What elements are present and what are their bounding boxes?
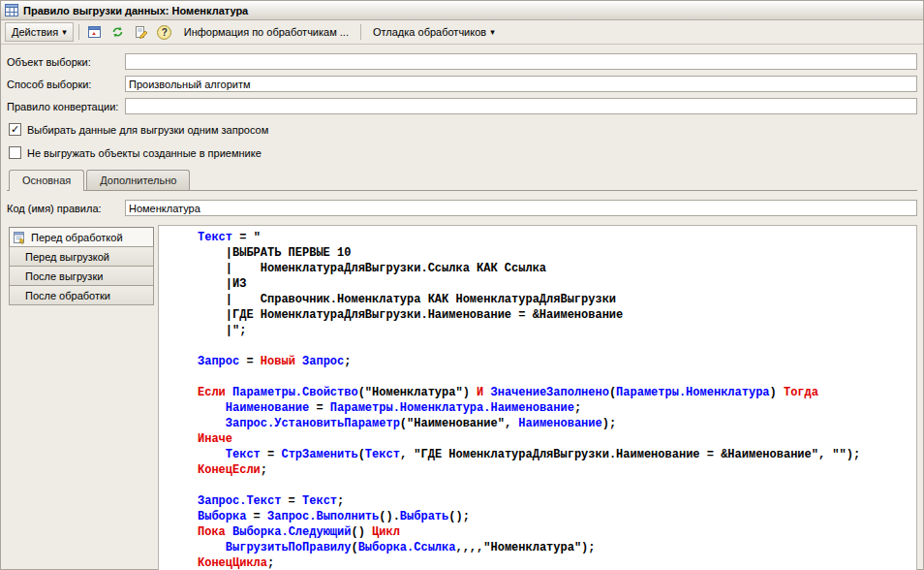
title-bar[interactable]: Правило выгрузки данных: Номенклатура (1, 1, 923, 20)
code-line: ВыгрузитьПоПравилу(Выборка.Ссылка,,,,"Но… (198, 540, 916, 555)
code-line: КонецЕсли; (198, 462, 916, 478)
code-line: КонецЦикла; (198, 555, 916, 570)
conversion-rule-input[interactable] (125, 98, 917, 114)
skip-receiver-objects-checkbox[interactable] (9, 146, 21, 159)
field-label: Правило конвертации: (7, 101, 125, 112)
code-line: |ИЗ (198, 276, 916, 292)
toolbar-separator (78, 24, 79, 40)
handler-list: Перед обработкой Перед выгрузкой После в… (7, 225, 158, 570)
actions-button[interactable]: Действия ▾ (5, 22, 74, 42)
main-tab-panel: Код (имя) правила: Перед обработкой Пере… (7, 190, 917, 570)
toolbar-separator (360, 24, 361, 40)
tab-bar: Основная Дополнительно (9, 170, 917, 190)
skip-receiver-objects-checkbox-row: Не выгружать объекты созданные в приемни… (9, 146, 915, 159)
selection-object-row: Объект выборки: (7, 53, 917, 70)
code-line: |ГДЕ НоменклатураДляВыгрузки.Наименовани… (198, 307, 916, 323)
refresh-icon (110, 25, 125, 39)
handler-item-before-processing[interactable]: Перед обработкой (9, 227, 154, 247)
debug-handlers-label: Отладка обработчиков (373, 26, 486, 38)
single-query-checkbox-row: ✓ Выбирать данные для выгрузки одним зап… (9, 123, 915, 136)
handler-item-before-export[interactable]: Перед выгрузкой (9, 246, 154, 267)
toolbar: Действия ▾ ? Информация по обработчикам … (1, 20, 923, 45)
handler-label: Перед выгрузкой (25, 251, 109, 263)
conversion-rule-row: Правило конвертации: (7, 98, 917, 114)
checkbox-label: Выбирать данные для выгрузки одним запро… (27, 124, 268, 136)
code-line (198, 369, 916, 385)
help-button[interactable]: ? (154, 22, 175, 42)
code-line: Иначе (198, 431, 916, 447)
code-line (198, 338, 916, 354)
tab-main[interactable]: Основная (9, 170, 84, 191)
tab-additional[interactable]: Дополнительно (86, 170, 190, 190)
chevron-down-icon: ▾ (490, 28, 495, 37)
field-label: Объект выборки: (7, 56, 125, 68)
export-rule-window: Правило выгрузки данных: Номенклатура Де… (0, 0, 924, 570)
code-line: Запрос = Новый Запрос; (198, 354, 916, 369)
handler-label: После обработки (25, 290, 110, 301)
single-query-checkbox[interactable]: ✓ (9, 123, 21, 136)
refresh-button[interactable] (108, 22, 129, 42)
form-area: Объект выборки: Способ выборки: Правило … (1, 45, 923, 570)
code-line: |"; (198, 323, 916, 338)
code-line: Текст = " (198, 230, 916, 245)
code-line: Если Параметры.Свойство("Номенклатура") … (198, 385, 916, 400)
help-icon: ? (157, 25, 171, 40)
field-label: Код (имя) правила: (7, 203, 125, 214)
code-line: Текст = СтрЗаменить(Текст, "ГДЕ Номенкла… (198, 447, 916, 462)
rule-code-input[interactable] (125, 200, 917, 216)
selection-object-input[interactable] (125, 53, 917, 70)
code-line: Выборка = Запрос.Выполнить().Выбрать(); (198, 509, 916, 524)
document-pencil-icon (134, 25, 148, 39)
rule-code-row: Код (имя) правила: (7, 200, 917, 216)
window-icon (87, 25, 102, 39)
code-line: | НоменклатураДляВыгрузки.Ссылка КАК Ссы… (198, 261, 916, 276)
code-lines: Текст = " |ВЫБРАТЬ ПЕРВЫЕ 10 | Номенклат… (198, 230, 916, 570)
handler-label: Перед обработкой (31, 232, 123, 243)
debug-handlers-button[interactable]: Отладка обработчиков ▾ (366, 22, 502, 42)
code-line: | Справочник.Номенклатура КАК Номенклату… (198, 292, 916, 307)
selection-method-row: Способ выборки: (7, 76, 917, 92)
chevron-down-icon: ▾ (62, 28, 67, 37)
code-line: |ВЫБРАТЬ ПЕРВЫЕ 10 (198, 245, 916, 261)
code-line: Запрос.Текст = Текст; (198, 493, 916, 509)
question-glyph: ? (162, 27, 168, 38)
table-icon (5, 4, 18, 16)
handler-info-label: Информация по обработчикам ... (184, 26, 349, 38)
open-form-button[interactable] (84, 22, 106, 42)
code-line (198, 478, 916, 493)
field-label: Способ выборки: (7, 79, 125, 90)
handler-info-button[interactable]: Информация по обработчикам ... (177, 22, 355, 42)
edit-document-button[interactable] (131, 22, 152, 42)
handler-item-after-export[interactable]: После выгрузки (9, 266, 154, 286)
code-line: Запрос.УстановитьПараметр("Наименование"… (198, 416, 916, 431)
actions-label: Действия (12, 26, 58, 38)
code-line: Пока Выборка.Следующий() Цикл (198, 524, 916, 540)
window-title: Правило выгрузки данных: Номенклатура (23, 5, 248, 16)
handler-area: Перед обработкой Перед выгрузкой После в… (7, 225, 917, 570)
handler-label: После выгрузки (25, 270, 103, 282)
code-line: Наименование = Параметры.Номенклатура.На… (198, 400, 916, 416)
handler-item-after-processing[interactable]: После обработки (9, 285, 154, 305)
checkbox-label: Не выгружать объекты созданные в приемни… (27, 147, 262, 159)
selection-method-input[interactable] (125, 76, 917, 92)
code-editor[interactable]: Текст = " |ВЫБРАТЬ ПЕРВЫЕ 10 | Номенклат… (158, 225, 917, 570)
handler-icon (13, 231, 26, 244)
